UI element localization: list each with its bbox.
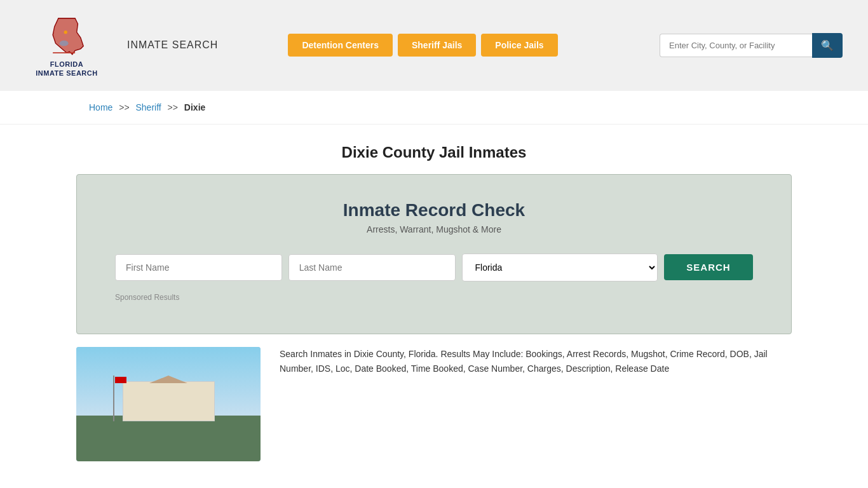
breadcrumb-home-link[interactable]: Home	[89, 102, 112, 112]
detention-centers-button[interactable]: Detention Centers	[288, 34, 393, 57]
bottom-description: Search Inmates in Dixie County, Florida.…	[280, 347, 792, 377]
header-search-bar: 🔍	[660, 33, 843, 58]
breadcrumb-sheriff-link[interactable]: Sheriff	[136, 102, 161, 112]
svg-point-2	[60, 41, 69, 46]
facility-image	[76, 347, 261, 461]
state-select[interactable]: AlabamaAlaskaArizonaArkansasCaliforniaCo…	[462, 254, 658, 281]
florida-logo-icon	[44, 13, 89, 57]
flag-decoration	[115, 377, 126, 383]
svg-point-3	[64, 30, 67, 34]
page-title: Dixie County Jail Inmates	[0, 144, 868, 161]
header: FLORIDA INMATE SEARCH INMATE SEARCH Dete…	[0, 0, 868, 91]
sheriff-jails-button[interactable]: Sheriff Jails	[398, 34, 476, 57]
record-check-subtitle: Arrests, Warrant, Mugshot & More	[115, 224, 753, 234]
bottom-section: Search Inmates in Dixie County, Florida.…	[76, 347, 792, 461]
last-name-input[interactable]	[288, 254, 456, 281]
header-search-button[interactable]: 🔍	[812, 33, 843, 58]
record-search-button[interactable]: SEARCH	[664, 254, 753, 280]
search-icon: 🔍	[821, 40, 834, 51]
record-check-title: Inmate Record Check	[115, 200, 753, 220]
record-check-container: Inmate Record Check Arrests, Warrant, Mu…	[76, 174, 792, 334]
flag-pole-decoration	[113, 376, 114, 421]
logo-area: FLORIDA INMATE SEARCH	[25, 13, 108, 78]
logo-text: FLORIDA INMATE SEARCH	[36, 60, 97, 78]
inmate-search-label: INMATE SEARCH	[127, 39, 218, 51]
breadcrumb-sep1: >>	[119, 102, 129, 112]
building-decoration	[123, 381, 215, 421]
first-name-input[interactable]	[115, 254, 282, 281]
nav-buttons: Detention Centers Sheriff Jails Police J…	[288, 34, 557, 57]
police-jails-button[interactable]: Police Jails	[481, 34, 557, 57]
breadcrumb: Home >> Sheriff >> Dixie	[0, 91, 868, 125]
header-search-input[interactable]	[660, 34, 812, 57]
breadcrumb-current: Dixie	[184, 102, 205, 112]
ground-decoration	[76, 416, 261, 461]
sponsored-results-label: Sponsored Results	[115, 293, 753, 302]
record-check-form: AlabamaAlaskaArizonaArkansasCaliforniaCo…	[115, 254, 753, 281]
breadcrumb-sep2: >>	[168, 102, 178, 112]
